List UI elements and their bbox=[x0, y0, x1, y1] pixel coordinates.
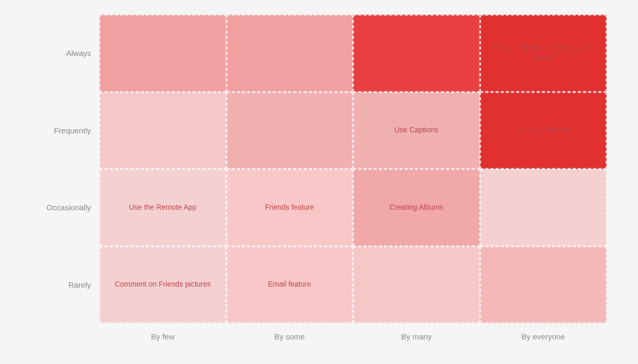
x-label-many: By many bbox=[353, 332, 480, 341]
x-label-few: By few bbox=[99, 332, 226, 341]
cell-r4c3 bbox=[353, 246, 480, 324]
x-axis: By few By some By many By everyone bbox=[99, 323, 607, 349]
cell-r2c3: Use Captions bbox=[353, 92, 480, 169]
y-label-always: Always bbox=[31, 15, 99, 92]
cell-r1c4: Upload Photos & Videos to the Frames bbox=[480, 15, 607, 92]
cell-r1c2 bbox=[226, 15, 354, 92]
cell-r4c2: Email feature bbox=[226, 246, 354, 324]
cell-r4c1: Comment on Friends pictures bbox=[99, 246, 226, 324]
chart-container: Always Frequently Occasionally Rarely Up… bbox=[31, 15, 607, 349]
x-label-some: By some bbox=[226, 332, 354, 341]
y-axis: Always Frequently Occasionally Rarely bbox=[31, 15, 99, 349]
y-label-rarely: Rarely bbox=[31, 246, 99, 324]
cell-r2c1 bbox=[99, 92, 226, 169]
cell-r4c4 bbox=[480, 246, 607, 324]
grid-and-x: Upload Photos & Videos to the FramesUse … bbox=[99, 15, 607, 349]
matrix-grid: Upload Photos & Videos to the FramesUse … bbox=[99, 15, 607, 323]
y-label-frequently: Frequently bbox=[31, 92, 99, 169]
cell-r3c2: Friends feature bbox=[226, 169, 354, 246]
cell-r2c2 bbox=[226, 92, 354, 169]
x-label-everyone: By everyone bbox=[480, 332, 607, 341]
cell-r1c1 bbox=[99, 15, 226, 92]
cell-r3c1: Use the Remote App bbox=[99, 169, 226, 246]
cell-r3c4 bbox=[480, 169, 607, 246]
y-label-occasionally: Occasionally bbox=[31, 169, 99, 246]
cell-r3c3: Creating Albums bbox=[353, 169, 480, 246]
cell-r1c3 bbox=[353, 15, 480, 92]
cell-r2c4: Creating Playlists bbox=[480, 92, 607, 169]
